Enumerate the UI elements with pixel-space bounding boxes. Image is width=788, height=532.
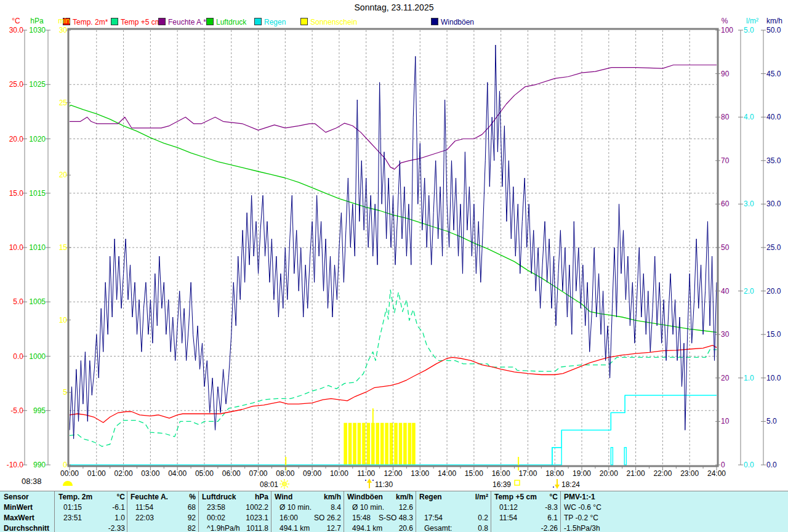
row-label-maxwert: MaxWert <box>4 513 34 523</box>
axis-tick-label: 50.0 <box>766 26 781 34</box>
sunshine-bar <box>353 423 356 465</box>
x-axis-label: 21:00 <box>627 469 645 478</box>
table-separator <box>560 491 561 532</box>
rain-bar <box>552 448 561 465</box>
sunrise-icon <box>279 479 289 489</box>
cell-value: S-SO 48.3 <box>347 513 413 523</box>
axis-tick-label: 25 <box>59 99 68 107</box>
axis-tick-label: 30 <box>721 330 730 339</box>
x-axis-label: 03:00 <box>141 469 159 478</box>
moon-dome-icon <box>63 481 73 486</box>
col-unit: °C <box>494 492 558 502</box>
axis-tick-label: 20 <box>721 374 730 382</box>
axis-tick-label: 4.0 <box>744 113 754 121</box>
axis-tick-label: 5.0 <box>766 417 777 425</box>
sunshine-bar <box>399 423 403 465</box>
row-label-minwert: MinWert <box>4 502 33 512</box>
col-header-pmv-1-1: PMV-1:-1 <box>564 492 595 502</box>
unit-celsius-label: °C <box>12 17 20 25</box>
axis-tick-label: 80 <box>721 113 730 121</box>
cell-value: 82 <box>131 523 196 532</box>
axis-tick-label: 0 <box>63 461 67 469</box>
sun-ray <box>281 480 282 482</box>
table-separator <box>491 491 491 532</box>
axis-tick-label: 45.0 <box>766 70 781 78</box>
axis-tick-label: 1010 <box>29 243 46 252</box>
axis-tick-label: 10 <box>721 417 730 425</box>
axis-tick-label: 0 <box>721 461 725 469</box>
pmv-value: -1.5hPa/3h <box>564 523 600 532</box>
axis-tick-label: 5.0 <box>13 297 23 306</box>
axis-tick-label: 20 <box>59 171 68 179</box>
cell-value: 8.4 <box>275 502 341 512</box>
sun-ray <box>287 480 288 482</box>
axis-tick-label: 1020 <box>29 135 46 143</box>
axis-tick-label: 10 <box>59 316 68 324</box>
sunshine-bar <box>385 423 388 465</box>
axis-tick-label: 15.0 <box>9 189 24 198</box>
axis-tick-label: -5.0 <box>10 406 23 415</box>
col-unit: hPa <box>202 492 268 502</box>
axis-tick-label: 3.0 <box>744 200 754 208</box>
x-axis-label: 15:00 <box>465 469 483 478</box>
axis-tick-label: 990 <box>33 461 46 469</box>
x-axis-label: 12:00 <box>384 469 402 478</box>
col-unit: l/m² <box>419 492 488 502</box>
unit-hpa-label: hPa <box>30 17 44 25</box>
cell-value: 20.6 <box>347 523 413 532</box>
moonset-time-label: 18:24 <box>561 480 580 489</box>
x-axis-label: 16:00 <box>492 469 510 478</box>
x-axis-label: 00:00 <box>60 469 79 478</box>
sunshine-bar <box>394 423 398 465</box>
moonrise-icon <box>365 478 374 488</box>
x-axis-label: 07:00 <box>249 469 268 478</box>
sun-ray <box>281 486 282 488</box>
x-axis-label: 18:00 <box>545 469 564 478</box>
x-axis-label: 20:00 <box>600 469 618 478</box>
table-separator <box>344 491 344 532</box>
cell-value: 68 <box>131 502 196 512</box>
summary-table: SensorMinWertMaxWertDurchschnittTemp. 2m… <box>0 491 788 532</box>
x-axis-label: 01:00 <box>87 469 106 478</box>
axis-tick-label: 90 <box>721 70 730 78</box>
speck <box>365 480 366 481</box>
table-separator <box>127 491 127 532</box>
axis-tick-label: 35.0 <box>766 156 781 165</box>
sunshine-bar <box>390 423 393 465</box>
sunset-icon <box>515 480 520 485</box>
axis-tick-label: 0.0 <box>13 352 23 361</box>
sunshine-bar <box>412 423 416 465</box>
x-axis-label: 14:00 <box>438 469 456 478</box>
axis-tick-label: 20.0 <box>766 287 781 296</box>
axis-tick-label: 20.0 <box>9 135 24 143</box>
sunshine-bar <box>348 423 352 465</box>
axis-tick-label: 70 <box>721 156 730 165</box>
cell-value: 1002.2 <box>202 502 268 512</box>
sun-ray <box>287 486 288 488</box>
axis-tick-label: 15.0 <box>766 330 781 339</box>
axis-tick-label: 5 <box>63 388 67 397</box>
x-axis-label: 10:00 <box>330 469 348 478</box>
axis-tick-label: 25.0 <box>766 243 781 252</box>
sunshine-bar <box>362 423 366 465</box>
speck <box>553 486 554 488</box>
col-unit: % <box>131 492 196 502</box>
x-axis-label: 13:00 <box>411 469 429 478</box>
sun-core <box>283 482 287 486</box>
sunshine-bar <box>358 423 361 465</box>
cell-value: 6.1 <box>494 513 558 523</box>
axis-tick-label: 10.0 <box>766 374 781 382</box>
axis-tick-label: 1025 <box>29 80 46 89</box>
sunrise-time-label: 08:01 <box>260 480 278 489</box>
x-axis-label: 06:00 <box>222 469 241 478</box>
table-separator <box>271 491 271 532</box>
axis-tick-label: 0.0 <box>766 461 777 469</box>
cell-value: -8.3 <box>494 502 558 512</box>
x-axis-label: 04:00 <box>168 469 187 478</box>
pmv-value: WC -0.6 °C <box>564 502 601 512</box>
sun-event-line <box>518 457 519 470</box>
table-separator <box>198 491 199 532</box>
arrow-head <box>367 478 372 483</box>
axis-tick-label: 15 <box>59 243 68 252</box>
sunshine-bar <box>376 423 379 465</box>
